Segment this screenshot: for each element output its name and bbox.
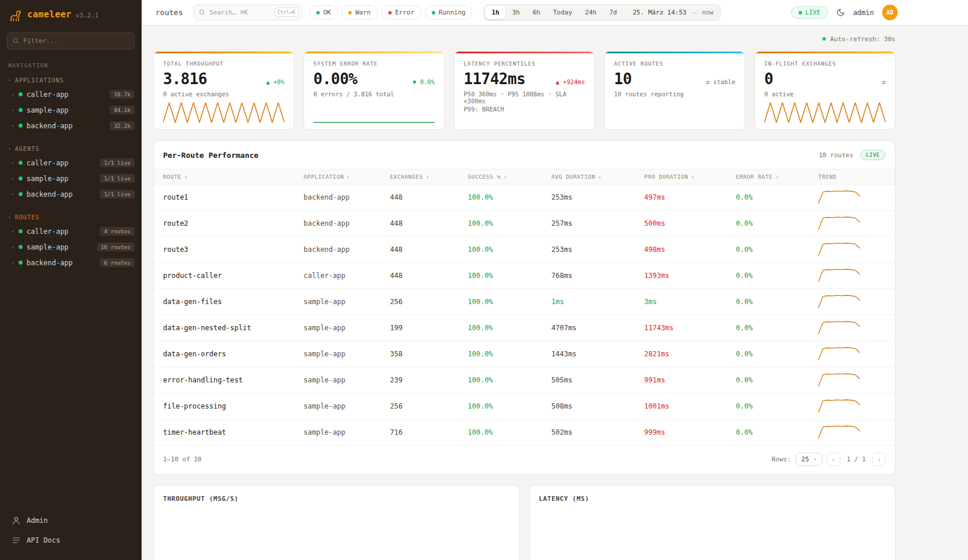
- section-title-label: APPLICATIONS: [15, 77, 64, 84]
- sidebar-item-label: backend-app: [27, 259, 73, 267]
- filter-input[interactable]: [7, 32, 135, 49]
- column-label: P99 DURATION: [644, 174, 688, 180]
- shortcut-badge: Ctrl+K: [274, 8, 298, 17]
- sidebar-section: ▾ AGENTS ▸ caller-app 1/1 live ▸ sample-…: [0, 143, 142, 202]
- cell-success: 100.0%: [468, 298, 551, 306]
- chevron-right-icon: ▸: [12, 123, 15, 128]
- date-range-end[interactable]: now: [702, 9, 714, 16]
- sort-icon: ↕: [504, 174, 507, 180]
- rows-per-page-select[interactable]: 25 ▾: [796, 453, 822, 466]
- sidebar-item-agents-caller-app[interactable]: ▸ caller-app 1/1 live: [0, 155, 142, 171]
- cell-avg-duration: 253ms: [551, 245, 644, 254]
- cell-exchanges: 239: [390, 376, 468, 384]
- kpi-subtitle: 0 active exchanges: [163, 91, 284, 97]
- cell-error-rate: 0.0%: [736, 298, 818, 306]
- time-range-24h[interactable]: 24h: [579, 6, 603, 19]
- table-row-data-gen-orders[interactable]: data-gen-orders sample-app 358 100.0% 14…: [154, 341, 895, 367]
- kpi-title: TOTAL THROUGHPUT: [163, 60, 284, 67]
- next-page-button[interactable]: ›: [872, 453, 886, 466]
- time-range-3h[interactable]: 3h: [505, 6, 526, 19]
- sidebar-section-routes[interactable]: ▾ ROUTES: [0, 211, 142, 223]
- column-header-route[interactable]: ROUTE↕: [163, 174, 304, 180]
- column-header-exchanges[interactable]: EXCHANGES↕: [390, 174, 468, 180]
- sidebar-item-badge: 32.2k: [110, 121, 135, 130]
- sidebar-item-applications-sample-app[interactable]: ▸ sample-app 84.1k: [0, 102, 142, 118]
- filter-chip-warn[interactable]: Warn: [341, 5, 378, 20]
- section-items: ▸ caller-app 10.7k ▸ sample-app 84.1k ▸ …: [0, 86, 142, 133]
- trend-sparkline: [818, 294, 860, 309]
- cell-application: sample-app: [304, 324, 390, 332]
- main-area: routes Ctrl+K OKWarnErrorRunning 1h3h6hT…: [142, 0, 968, 560]
- table-row-route2[interactable]: route2 backend-app 448 100.0% 257ms 500m…: [154, 211, 895, 237]
- cell-avg-duration: 257ms: [551, 219, 644, 227]
- table-row-timer-heartbeat[interactable]: timer-heartbeat sample-app 716 100.0% 50…: [154, 420, 895, 446]
- time-range-7d[interactable]: 7d: [603, 6, 623, 19]
- cell-exchanges: 256: [390, 298, 468, 306]
- cell-p99-duration: 1393ms: [644, 272, 736, 280]
- footer-item-label: API Docs: [27, 536, 60, 544]
- column-header-trend: TREND: [818, 174, 886, 180]
- auto-refresh-label: Auto-refresh: 30s: [830, 35, 895, 43]
- trend-sparkline: [818, 373, 860, 388]
- table-row-data-gen-nested-split[interactable]: data-gen-nested-split sample-app 199 100…: [154, 315, 895, 341]
- trend-sparkline: [818, 242, 860, 257]
- table-row-file-processing[interactable]: file-processing sample-app 256 100.0% 50…: [154, 393, 895, 420]
- sidebar-item-agents-sample-app[interactable]: ▸ sample-app 1/1 live: [0, 171, 142, 186]
- sidebar-item-routes-sample-app[interactable]: ▸ sample-app 16 routes: [0, 239, 142, 255]
- time-range-1h[interactable]: 1h: [485, 6, 505, 19]
- sidebar-item-agents-backend-app[interactable]: ▸ backend-app 1/1 live: [0, 186, 142, 202]
- cell-success: 100.0%: [468, 350, 551, 358]
- table-row-product-caller[interactable]: product-caller caller-app 448 100.0% 768…: [154, 263, 895, 289]
- cell-p99-duration: 11743ms: [644, 324, 736, 332]
- table-row-error-handling-test[interactable]: error-handling-test sample-app 239 100.0…: [154, 367, 895, 393]
- filter-chip-running[interactable]: Running: [425, 5, 472, 20]
- sidebar-item-applications-caller-app[interactable]: ▸ caller-app 10.7k: [0, 86, 142, 102]
- filter-chip-ok[interactable]: OK: [309, 5, 338, 20]
- prev-page-button[interactable]: ‹: [827, 453, 840, 466]
- cell-success: 100.0%: [468, 324, 551, 332]
- search-icon: [198, 9, 205, 16]
- column-header-success-[interactable]: SUCCESS %↕: [468, 174, 551, 180]
- status-dot-icon: [19, 229, 23, 233]
- filter-chip-error[interactable]: Error: [381, 5, 421, 20]
- cell-avg-duration: 1443ms: [551, 350, 644, 358]
- sort-icon: ↕: [426, 174, 429, 180]
- status-dot-icon: [348, 11, 352, 15]
- sidebar-item-routes-backend-app[interactable]: ▸ backend-app 6 routes: [0, 255, 142, 270]
- panel-title: Per-Route Performance: [163, 151, 258, 160]
- date-range-start[interactable]: 25. März 14:53: [633, 9, 687, 16]
- theme-toggle-button[interactable]: [836, 8, 845, 17]
- cell-p99-duration: 498ms: [644, 245, 736, 254]
- kpi-active-routes: ACTIVE ROUTES 10 ⇄ stable 10 routes repo…: [604, 51, 745, 130]
- sidebar-section-applications[interactable]: ▾ APPLICATIONS: [0, 74, 142, 86]
- column-header-application[interactable]: APPLICATION↕: [304, 174, 390, 180]
- avatar[interactable]: AD: [882, 5, 898, 20]
- column-label: TREND: [818, 174, 837, 180]
- table-row-route1[interactable]: route1 backend-app 448 100.0% 253ms 497m…: [154, 185, 895, 211]
- table-row-route3[interactable]: route3 backend-app 448 100.0% 253ms 498m…: [154, 237, 895, 263]
- footer-item-label: Admin: [27, 516, 48, 525]
- kpi-value: 3.816: [163, 70, 207, 88]
- sidebar-footer-admin[interactable]: Admin: [9, 512, 132, 529]
- sidebar-footer-api-docs[interactable]: API Docs: [9, 532, 132, 548]
- trend-sparkline: [818, 399, 860, 414]
- table-row-data-gen-files[interactable]: data-gen-files sample-app 256 100.0% 1ms…: [154, 289, 895, 315]
- cell-success: 100.0%: [468, 193, 551, 201]
- time-range-6h[interactable]: 6h: [526, 6, 547, 19]
- column-header-p99-duration[interactable]: P99 DURATION↕: [644, 174, 736, 180]
- column-header-avg-duration[interactable]: AVG DURATION↕: [551, 174, 644, 180]
- status-dot-icon: [388, 11, 392, 15]
- kpi-accent-bar: [304, 52, 444, 53]
- cell-success: 100.0%: [468, 219, 551, 227]
- trend-sparkline: [818, 346, 860, 362]
- sidebar-section-agents[interactable]: ▾ AGENTS: [0, 143, 142, 155]
- chevron-right-icon: ▸: [12, 260, 15, 265]
- column-header-error-rate[interactable]: ERROR RATE↕: [736, 174, 818, 180]
- sidebar-nav: ▾ APPLICATIONS ▸ caller-app 10.7k ▸ samp…: [0, 74, 142, 280]
- cell-error-rate: 0.0%: [736, 376, 818, 384]
- time-range-today[interactable]: Today: [547, 6, 579, 19]
- sidebar-item-applications-backend-app[interactable]: ▸ backend-app 32.2k: [0, 118, 142, 133]
- sidebar-item-routes-caller-app[interactable]: ▸ caller-app 4 routes: [0, 223, 142, 239]
- chevron-down-icon: ▾: [8, 78, 12, 83]
- cell-application: sample-app: [304, 428, 390, 436]
